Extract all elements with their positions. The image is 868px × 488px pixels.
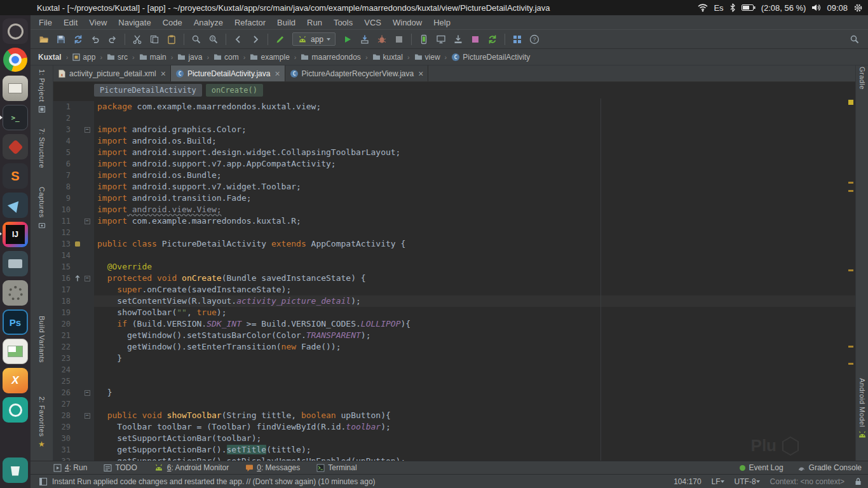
- warning-mark[interactable]: [848, 363, 853, 365]
- menu-code[interactable]: Code: [157, 17, 188, 28]
- caret-position[interactable]: 104:170: [674, 477, 701, 486]
- sync-icon[interactable]: [70, 32, 86, 47]
- back-icon[interactable]: [230, 32, 247, 47]
- gutter[interactable]: 30: [53, 433, 94, 444]
- gutter[interactable]: 6: [53, 158, 94, 170]
- tool-button-2-favorites[interactable]: 2: Favorites★: [31, 396, 53, 448]
- open-icon[interactable]: [36, 32, 52, 47]
- gutter[interactable]: 22: [53, 341, 94, 353]
- debug-icon[interactable]: [374, 32, 390, 47]
- gutter[interactable]: 7: [53, 170, 94, 181]
- breadcrumb-com[interactable]: com: [212, 52, 240, 62]
- device-monitor-icon[interactable]: [433, 32, 449, 47]
- gutter[interactable]: 25: [53, 376, 94, 387]
- gutter[interactable]: 18: [53, 295, 94, 307]
- design-app-icon[interactable]: [3, 193, 28, 218]
- stop-icon[interactable]: [391, 32, 407, 47]
- gutter[interactable]: 4: [53, 135, 94, 147]
- gutter[interactable]: 16−: [53, 273, 94, 284]
- close-tab-icon[interactable]: ×: [275, 69, 280, 78]
- run-configuration-dropdown[interactable]: app: [292, 32, 336, 46]
- warning-mark[interactable]: [848, 269, 853, 271]
- gutter[interactable]: 14: [53, 250, 94, 261]
- tab-picturedetailactivity-java[interactable]: CPictureDetailActivity.java×: [171, 65, 285, 81]
- network-icon[interactable]: [698, 3, 708, 12]
- breadcrumb-java[interactable]: java: [176, 52, 203, 62]
- sublime-text-icon[interactable]: S: [3, 163, 28, 189]
- fold-start-icon[interactable]: −: [85, 127, 90, 133]
- fold-end-icon[interactable]: −: [85, 219, 90, 224]
- system-tool-icon[interactable]: [3, 280, 28, 306]
- tab-pictureadapterrecyclerview-java[interactable]: CPictureAdapterRecyclerView.java×: [285, 65, 429, 81]
- menu-refactor[interactable]: Refactor: [229, 17, 271, 28]
- error-stripe[interactable]: [847, 98, 855, 461]
- gutter[interactable]: 31: [53, 444, 94, 456]
- gutter[interactable]: 10: [53, 204, 94, 215]
- gutter[interactable]: 29: [53, 421, 94, 433]
- search-everywhere-icon[interactable]: [846, 32, 863, 47]
- close-tab-icon[interactable]: ×: [418, 69, 423, 78]
- virtualbox-icon[interactable]: [3, 251, 28, 276]
- gutter[interactable]: 32: [53, 456, 94, 461]
- breadcrumb-main[interactable]: main: [138, 52, 168, 62]
- warning-mark[interactable]: [848, 346, 853, 348]
- tool-button-1-project[interactable]: 1: Project: [31, 69, 53, 113]
- gutter[interactable]: 21: [53, 330, 94, 341]
- trash-icon[interactable]: [3, 458, 28, 483]
- fold-start-icon[interactable]: −: [85, 413, 90, 419]
- menu-view[interactable]: View: [83, 17, 112, 28]
- tool-window-button-4-run[interactable]: 4: Run: [53, 463, 87, 472]
- software-center-icon[interactable]: [3, 397, 28, 423]
- encoding-indicator[interactable]: UTF-8: [735, 477, 760, 486]
- gutter[interactable]: 17: [53, 284, 94, 295]
- terminal-icon[interactable]: >_: [3, 105, 28, 130]
- gutter[interactable]: 26−: [53, 387, 94, 398]
- gutter[interactable]: 2: [53, 112, 94, 124]
- gutter[interactable]: 13: [53, 238, 94, 250]
- edit-config-icon[interactable]: [272, 32, 288, 47]
- session-gear-icon[interactable]: [853, 3, 863, 13]
- capture-icon[interactable]: [467, 32, 484, 47]
- libreoffice-calc-icon[interactable]: [3, 339, 28, 364]
- tool-button-android-model[interactable]: Android Model: [856, 378, 868, 438]
- battery-icon[interactable]: [742, 4, 756, 11]
- media-app-icon[interactable]: [3, 134, 28, 159]
- bluetooth-icon[interactable]: [729, 3, 736, 12]
- menu-vcs[interactable]: VCS: [358, 17, 387, 28]
- gutter[interactable]: 11−: [53, 215, 94, 227]
- breadcrumb-class[interactable]: PictureDetailActivity: [94, 84, 202, 97]
- tool-window-button-0-messages[interactable]: 0: Messages: [245, 463, 300, 472]
- breadcrumb-src[interactable]: src: [105, 52, 129, 62]
- help-icon[interactable]: ?: [526, 32, 543, 47]
- attach-debugger-icon[interactable]: [356, 32, 373, 47]
- tool-button-7-structure[interactable]: 7: Structure: [31, 128, 53, 168]
- fold-start-icon[interactable]: −: [85, 276, 90, 281]
- inspection-indicator[interactable]: [848, 100, 853, 105]
- tool-window-button-todo[interactable]: TODO: [104, 463, 137, 472]
- gutter[interactable]: 9: [53, 193, 94, 204]
- files-icon[interactable]: [3, 76, 28, 101]
- overriding-method-icon[interactable]: [72, 273, 83, 284]
- status-message[interactable]: Instant Run applied code changes and res…: [52, 477, 376, 486]
- photoshop-icon[interactable]: Ps: [3, 309, 28, 335]
- breadcrumb-maarredondos[interactable]: maarredondos: [299, 52, 362, 62]
- run-icon[interactable]: [339, 32, 356, 47]
- breadcrumb-kuxtal[interactable]: kuxtal: [371, 52, 404, 62]
- ubuntu-dash-icon[interactable]: [3, 18, 28, 44]
- intellij-idea-icon[interactable]: IJ: [3, 222, 28, 247]
- axure-icon[interactable]: X: [3, 368, 28, 393]
- redo-icon[interactable]: [104, 32, 121, 47]
- gutter[interactable]: 8: [53, 181, 94, 193]
- gradle-sync-icon[interactable]: [484, 32, 501, 47]
- warning-mark[interactable]: [848, 182, 853, 184]
- tool-button-build-variants[interactable]: Build Variants: [31, 316, 53, 363]
- tool-window-button-gradle-console[interactable]: Gradle Console: [797, 463, 862, 472]
- tab-activity-picture-detail-xml[interactable]: xactivity_picture_detail.xml×: [53, 65, 171, 81]
- close-tab-icon[interactable]: ×: [161, 69, 166, 78]
- menu-edit[interactable]: Edit: [58, 17, 83, 28]
- tool-button-gradle[interactable]: Gradle: [856, 67, 868, 90]
- avd-manager-icon[interactable]: [416, 32, 432, 47]
- menu-analyze[interactable]: Analyze: [188, 17, 229, 28]
- forward-icon[interactable]: [247, 32, 264, 47]
- tool-window-button-6-android-monitor[interactable]: 6: Android Monitor: [154, 463, 229, 472]
